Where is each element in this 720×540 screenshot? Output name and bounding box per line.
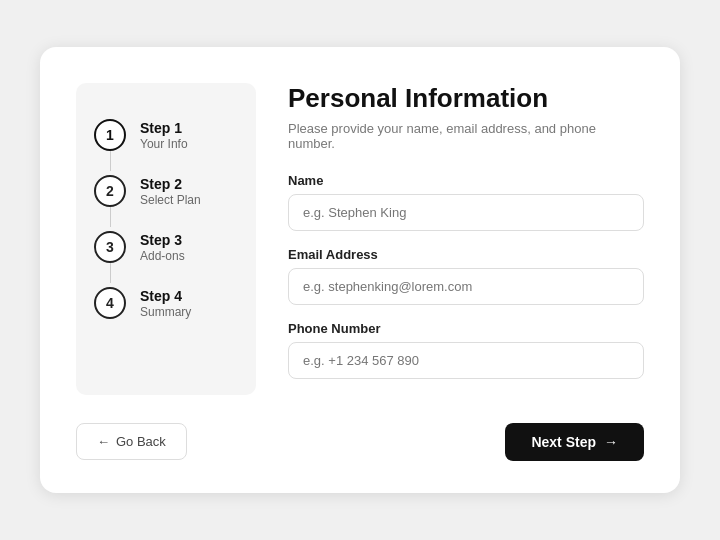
form-group-phone: Phone Number: [288, 321, 644, 379]
form-group-email: Email Address: [288, 247, 644, 305]
step-label-3: Step 3: [140, 232, 185, 249]
main-card: 1 Step 1 Your Info 2 Step 2 Select Plan: [40, 47, 680, 492]
step-item-3: 3 Step 3 Add-ons: [94, 219, 238, 275]
step-label-2: Step 2: [140, 176, 201, 193]
input-email[interactable]: [288, 268, 644, 305]
next-step-label: Next Step: [531, 434, 596, 450]
step-sub-3: Add-ons: [140, 249, 185, 263]
go-back-button[interactable]: ← Go Back: [76, 423, 187, 460]
step-sub-1: Your Info: [140, 137, 188, 151]
step-text-3: Step 3 Add-ons: [140, 232, 185, 264]
next-step-button[interactable]: Next Step →: [505, 423, 644, 461]
step-text-1: Step 1 Your Info: [140, 120, 188, 152]
label-name: Name: [288, 173, 644, 188]
next-arrow-icon: →: [604, 434, 618, 450]
card-footer: ← Go Back Next Step →: [76, 423, 644, 461]
step-label-4: Step 4: [140, 288, 191, 305]
step-item-2: 2 Step 2 Select Plan: [94, 163, 238, 219]
step-sub-4: Summary: [140, 305, 191, 319]
input-phone[interactable]: [288, 342, 644, 379]
step-circle-1: 1: [94, 119, 126, 151]
page-subtitle: Please provide your name, email address,…: [288, 121, 644, 151]
step-sub-2: Select Plan: [140, 193, 201, 207]
form-group-name: Name: [288, 173, 644, 231]
label-email: Email Address: [288, 247, 644, 262]
step-item-1: 1 Step 1 Your Info: [94, 107, 238, 163]
step-item-4: 4 Step 4 Summary: [94, 275, 238, 331]
label-phone: Phone Number: [288, 321, 644, 336]
input-name[interactable]: [288, 194, 644, 231]
card-body: 1 Step 1 Your Info 2 Step 2 Select Plan: [76, 83, 644, 394]
step-circle-4: 4: [94, 287, 126, 319]
step-text-4: Step 4 Summary: [140, 288, 191, 320]
page-title: Personal Information: [288, 83, 644, 114]
step-circle-2: 2: [94, 175, 126, 207]
step-circle-3: 3: [94, 231, 126, 263]
main-content: Personal Information Please provide your…: [256, 83, 644, 394]
step-label-1: Step 1: [140, 120, 188, 137]
back-arrow-icon: ←: [97, 434, 110, 449]
step-text-2: Step 2 Select Plan: [140, 176, 201, 208]
go-back-label: Go Back: [116, 434, 166, 449]
steps-sidebar: 1 Step 1 Your Info 2 Step 2 Select Plan: [76, 83, 256, 394]
